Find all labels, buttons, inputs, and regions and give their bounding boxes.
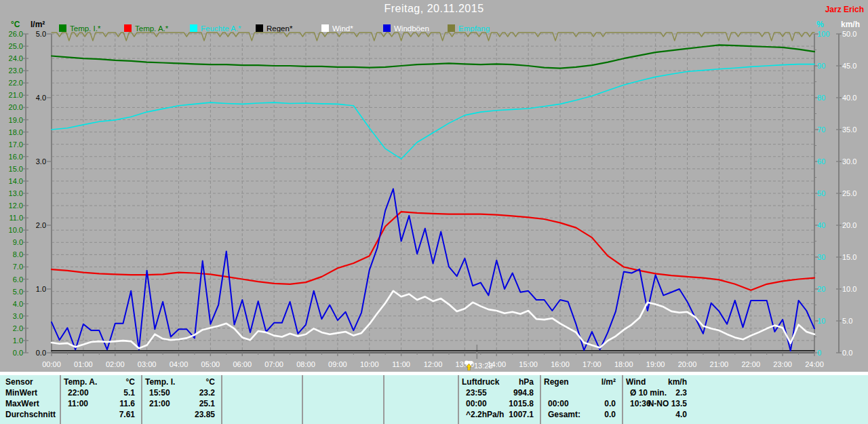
temp-tick-label: 23.0 [9,66,23,75]
time-tick-label: 21:00 [710,360,729,368]
temp-tick-label: 12.0 [9,201,23,210]
wind-tick-label: 45.0 [842,62,856,70]
time-tick-label: 23:00 [773,360,792,368]
rain-tick-label: 1.0 [36,285,46,293]
temp-tick-label: 1.0 [13,336,23,345]
stats-col-unit: km/h [622,377,687,387]
temp-tick-label: 20.0 [9,103,23,111]
table-divider [221,375,222,424]
temp-tick-label: 7.0 [13,263,23,271]
wind-tick-label: 0.0 [842,349,852,357]
temp-tick-label: 17.0 [9,140,23,149]
temp-tick-label: 24.0 [9,54,23,62]
humidity-tick-label: 30 [817,253,825,261]
wind-tick-label: 10.0 [842,285,856,293]
time-tick-label: 24:00 [805,360,824,368]
time-tick-label: 09:00 [328,360,347,368]
time-marker-label: 13:23 [474,362,493,370]
humidity-tick-label: 40 [817,221,825,229]
temp-tick-label: 21.0 [9,91,23,99]
time-tick-label: 11:00 [392,360,410,368]
stats-min-value: 23.2 [141,388,215,398]
stats-row-label: MinWert [5,388,37,398]
rain-tick-label: 3.0 [36,157,46,166]
humidity-tick-label: 50 [817,189,825,197]
temp-tick-label: 13.0 [9,189,23,197]
stats-col-unit: °C [141,377,215,387]
stats-avg-value: 1007.1 [458,410,534,420]
time-tick-label: 12:00 [424,360,443,368]
wind-tick-label: 25.0 [842,189,856,197]
stats-row-label: Sensor [5,377,33,387]
time-tick-label: 08:00 [296,360,315,368]
temp-tick-label: 11.0 [9,214,23,222]
humidity-tick-label: 0 [817,349,821,357]
wind-tick-label: 50.0 [842,30,856,38]
stats-avg-value: 4.0 [622,410,687,420]
time-tick-label: 20:00 [678,360,697,368]
table-divider [302,375,303,424]
wind-tick-label: 5.0 [842,317,852,325]
temp-tick-label: 5.0 [13,288,23,296]
temp-tick-label: 2.0 [13,324,23,332]
wind-tick-label: 20.0 [842,221,856,229]
stats-max-value: 11.6 [60,399,135,409]
humidity-tick-label: 20 [817,285,825,293]
temp-tick-label: 10.0 [9,226,23,234]
temp-tick-label: 18.0 [9,128,23,136]
rain-tick-label: 4.0 [36,94,46,102]
humidity-tick-label: 90 [817,62,825,70]
stats-table: SensorMinWertMaxWertDurchschnittTemp. A.… [0,375,868,424]
rain-tick-label: 2.0 [36,221,46,229]
wind-tick-label: 35.0 [842,126,856,134]
time-tick-label: 00:00 [42,360,61,368]
temp-tick-label: 22.0 [9,79,23,87]
temp-tick-label: 4.0 [13,300,23,308]
time-marker[interactable]: 13:23 [464,360,493,370]
wind-tick-label: 30.0 [842,157,856,166]
time-tick-label: 17:00 [583,360,601,368]
stats-avg-value: 0.0 [540,410,616,420]
stats-avg-value: 7.61 [60,410,135,420]
stats-min-value: 5.1 [60,388,135,398]
weather-app-window: Freitag, 20.11.2015 Jarz Erich °C l/m² %… [0,0,868,424]
rain-tick-label: 0.0 [36,349,46,357]
temp-tick-label: 6.0 [13,275,23,284]
humidity-tick-label: 60 [817,157,825,166]
stats-max-value: 25.1 [141,399,215,409]
stats-max-value: 1015.8 [458,399,534,409]
rain-tick-label: 5.0 [36,30,46,38]
temp-tick-label: 3.0 [13,312,23,320]
humidity-tick-label: 70 [817,126,825,134]
humidity-tick-label: 80 [817,94,825,102]
humidity-tick-label: 10 [817,317,825,325]
wind-tick-label: 40.0 [842,94,856,102]
stats-col-unit: l/m² [540,377,616,387]
table-divider [383,375,384,424]
humidity-tick-label: 100 [817,30,829,38]
time-tick-label: 05:00 [201,360,220,368]
temp-tick-label: 19.0 [9,116,23,124]
time-tick-label: 10:00 [360,360,379,368]
temp-tick-label: 25.0 [9,42,23,50]
wind-tick-label: 15.0 [842,253,856,261]
temp-tick-label: 0.0 [13,349,23,357]
plot-area[interactable] [52,34,814,353]
time-tick-label: 03:00 [138,360,157,368]
stats-col-unit: hPa [458,377,534,387]
time-tick-label: 22:00 [741,360,760,368]
stats-row-label: MaxWert [5,399,39,409]
time-tick-label: 16:00 [551,360,570,368]
stats-min-value: 2.3 [622,388,687,398]
stats-max-value: 0.0 [540,399,616,409]
temp-tick-label: 16.0 [9,153,23,161]
stats-max-value: N-NO 13.5 [622,399,687,409]
time-tick-label: 07:00 [264,360,283,368]
stats-col-unit: °C [60,377,135,387]
time-tick-label: 15:00 [519,360,538,368]
temp-tick-label: 14.0 [9,177,23,185]
temp-tick-label: 15.0 [9,165,23,173]
time-tick-label: 19:00 [646,360,665,368]
time-tick-label: 01:00 [74,360,93,368]
time-tick-label: 18:00 [614,360,633,368]
